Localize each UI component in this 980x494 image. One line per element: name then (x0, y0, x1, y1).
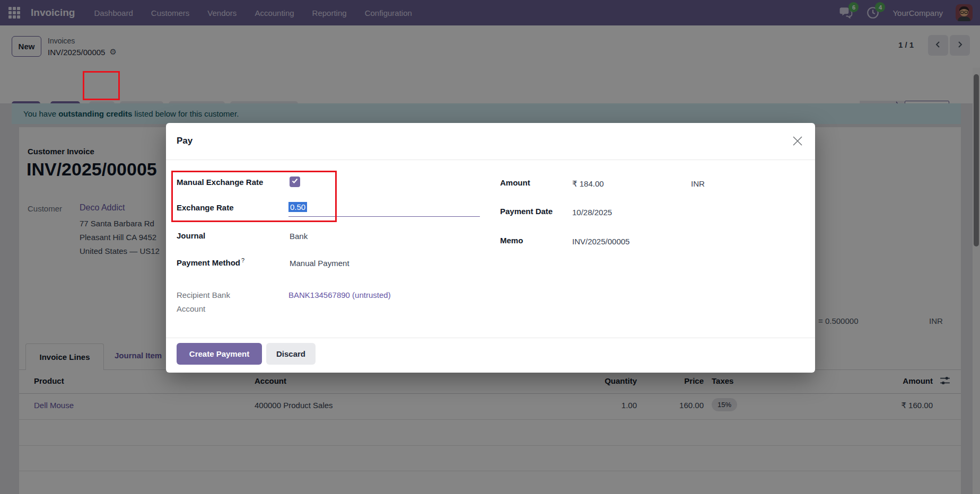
payment-method-field[interactable]: Manual Payment (290, 259, 349, 268)
close-icon (791, 141, 804, 149)
payment-method-label-text: Payment Method (177, 258, 240, 267)
payment-method-label: Payment Method? (177, 257, 244, 267)
exchange-rate-input[interactable]: 0.50 (288, 200, 480, 217)
close-button[interactable] (791, 135, 804, 148)
recipient-bank-account-link[interactable]: BANK134567890 (untrusted) (288, 290, 391, 299)
manual-exchange-rate-checkbox[interactable] (290, 177, 300, 187)
journal-label: Journal (177, 231, 205, 240)
manual-exchange-rate-label: Manual Exchange Rate (177, 178, 263, 187)
exchange-rate-label: Exchange Rate (177, 203, 234, 212)
help-icon[interactable]: ? (241, 257, 244, 263)
pay-dialog: Pay Manual Exchange Rate Exchange Rate 0… (166, 123, 815, 373)
amount-field[interactable]: ₹ 184.00 (572, 179, 604, 189)
payment-date-field[interactable]: 10/28/2025 (572, 208, 612, 217)
dialog-footer: Create Payment Discard (166, 338, 815, 373)
exchange-rate-selected-text: 0.50 (288, 202, 307, 212)
dialog-title: Pay (177, 136, 192, 146)
amount-currency[interactable]: INR (691, 179, 705, 188)
journal-field[interactable]: Bank (290, 232, 308, 241)
checkmark-icon (291, 177, 299, 187)
memo-label: Memo (500, 236, 523, 245)
create-payment-button[interactable]: Create Payment (177, 343, 262, 365)
amount-label: Amount (500, 178, 530, 187)
memo-field[interactable]: INV/2025/00005 (572, 237, 629, 246)
recipient-bank-account-label: Recipient Bank Account (177, 288, 256, 316)
discard-button[interactable]: Discard (266, 343, 316, 365)
payment-date-label: Payment Date (500, 207, 553, 216)
dialog-header: Pay (166, 123, 815, 160)
screen: Invoicing Dashboard Customers Vendors Ac… (0, 0, 980, 494)
